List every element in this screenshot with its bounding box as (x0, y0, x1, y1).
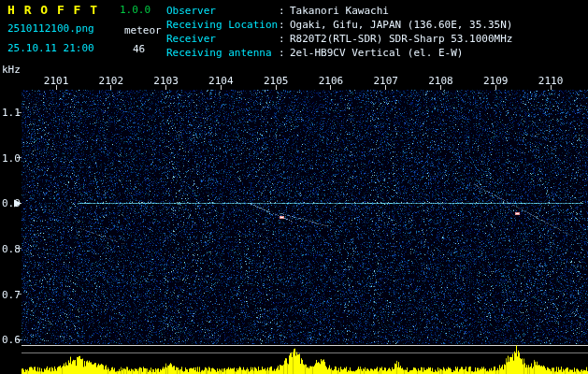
info-row: Receiving Location:Ogaki, Gifu, JAPAN (1… (166, 18, 512, 32)
info-separator: : (279, 4, 290, 18)
hrofft-screen: H R O F F T 1.0.0 2510112100.png meteor … (0, 0, 588, 374)
info-label: Receiving antenna (166, 46, 279, 60)
app-title: H R O F F T (7, 3, 98, 17)
info-label: Receiving Location (166, 18, 279, 32)
info-value: 2el-HB9CV Vertical (el. E-W) (290, 46, 463, 60)
info-separator: : (279, 32, 290, 46)
info-label: Observer (166, 4, 279, 18)
info-row: Receiver:R820T2(RTL-SDR) SDR-Sharp 53.10… (166, 32, 512, 46)
echo-count: 46 (133, 43, 145, 55)
app-version: 1.0.0 (120, 4, 151, 16)
info-separator: : (279, 18, 290, 32)
info-row: Receiving antenna:2el-HB9CV Vertical (el… (166, 46, 512, 60)
info-value: Ogaki, Gifu, JAPAN (136.60E, 35.35N) (290, 18, 512, 32)
freq-axis-unit: kHz (2, 64, 21, 76)
info-separator: : (279, 46, 290, 60)
header-info: Observer:Takanori KawachiReceiving Locat… (166, 4, 512, 60)
info-value: R820T2(RTL-SDR) SDR-Sharp 53.1000MHz (290, 32, 512, 46)
info-value: Takanori Kawachi (290, 4, 389, 18)
output-filename: 2510112100.png (7, 22, 94, 35)
mode-label: meteor (124, 24, 162, 36)
session-timestamp: 25.10.11 21:00 (7, 42, 94, 54)
info-row: Observer:Takanori Kawachi (166, 4, 512, 18)
info-label: Receiver (166, 32, 279, 46)
